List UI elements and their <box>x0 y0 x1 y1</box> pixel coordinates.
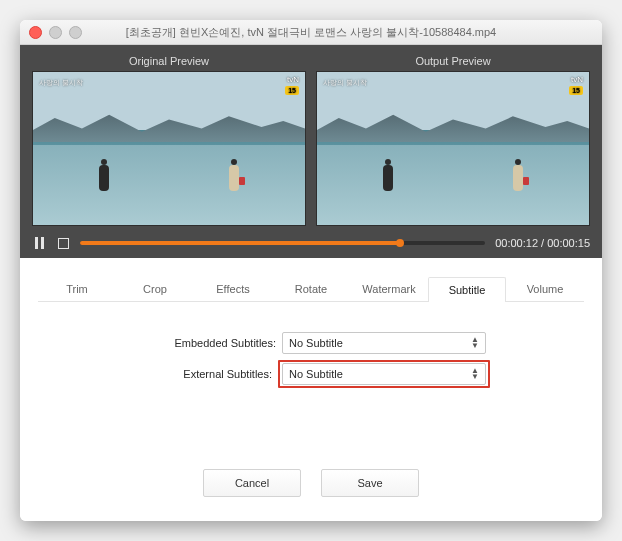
preview-area: Original Preview Output Preview 사랑의 불시착 … <box>20 45 602 258</box>
embedded-subtitles-select[interactable]: No Subtitle ▲▼ <box>282 332 486 354</box>
window-title: [최초공개] 현빈X손예진, tvN 절대극비 로맨스 사랑의 불시착-1058… <box>20 25 602 40</box>
window-controls <box>29 26 82 39</box>
external-subtitles-highlight: No Subtitle ▲▼ <box>278 360 490 388</box>
progress-fill <box>80 241 400 245</box>
embedded-subtitles-label: Embedded Subtitles: <box>136 337 276 349</box>
channel-badge: tvN 15 <box>569 76 583 95</box>
age-rating-badge: 15 <box>285 86 299 95</box>
close-window-button[interactable] <box>29 26 42 39</box>
app-window: [최초공개] 현빈X손예진, tvN 절대극비 로맨스 사랑의 불시착-1058… <box>20 20 602 521</box>
select-stepper-icon: ▲▼ <box>471 337 479 349</box>
preview-overlay-caption: 사랑의 불시착 <box>39 78 83 88</box>
pause-icon <box>35 237 44 249</box>
time-display: 00:00:12 / 00:00:15 <box>495 237 590 249</box>
player-controls: 00:00:12 / 00:00:15 <box>32 236 590 250</box>
figure-right <box>512 159 524 191</box>
tab-effects[interactable]: Effects <box>194 276 272 301</box>
pause-button[interactable] <box>32 236 46 250</box>
original-preview: 사랑의 불시착 tvN 15 <box>32 71 306 226</box>
age-rating-badge: 15 <box>569 86 583 95</box>
preview-overlay-caption: 사랑의 불시착 <box>323 78 367 88</box>
tab-bar: Trim Crop Effects Rotate Watermark Subti… <box>38 276 584 302</box>
external-subtitles-select[interactable]: No Subtitle ▲▼ <box>282 363 486 385</box>
external-subtitles-value: No Subtitle <box>289 368 343 380</box>
tab-crop[interactable]: Crop <box>116 276 194 301</box>
tab-subtitle[interactable]: Subtitle <box>428 277 506 302</box>
external-subtitles-label: External Subtitles: <box>132 368 272 380</box>
original-preview-label: Original Preview <box>32 55 306 67</box>
tab-trim[interactable]: Trim <box>38 276 116 301</box>
figure-left <box>98 159 110 191</box>
figure-right <box>228 159 240 191</box>
progress-bar[interactable] <box>80 241 485 245</box>
tab-watermark[interactable]: Watermark <box>350 276 428 301</box>
save-button[interactable]: Save <box>321 469 419 497</box>
tab-rotate[interactable]: Rotate <box>272 276 350 301</box>
figure-left <box>382 159 394 191</box>
stop-button[interactable] <box>56 236 70 250</box>
output-preview-label: Output Preview <box>316 55 590 67</box>
channel-logo-text: tvN <box>571 75 583 84</box>
progress-knob[interactable] <box>396 239 404 247</box>
external-subtitles-row: External Subtitles: No Subtitle ▲▼ <box>50 360 572 388</box>
output-preview: 사랑의 불시착 tvN 15 <box>316 71 590 226</box>
channel-logo-text: tvN <box>287 75 299 84</box>
edit-panel: Trim Crop Effects Rotate Watermark Subti… <box>20 258 602 521</box>
minimize-window-button[interactable] <box>49 26 62 39</box>
titlebar: [최초공개] 현빈X손예진, tvN 절대극비 로맨스 사랑의 불시착-1058… <box>20 20 602 45</box>
tab-volume[interactable]: Volume <box>506 276 584 301</box>
embedded-subtitles-value: No Subtitle <box>289 337 343 349</box>
subtitle-pane: Embedded Subtitles: No Subtitle ▲▼ Exter… <box>20 302 602 404</box>
channel-badge: tvN 15 <box>285 76 299 95</box>
zoom-window-button[interactable] <box>69 26 82 39</box>
select-stepper-icon: ▲▼ <box>471 368 479 380</box>
dialog-buttons: Cancel Save <box>20 469 602 497</box>
cancel-button[interactable]: Cancel <box>203 469 301 497</box>
embedded-subtitles-row: Embedded Subtitles: No Subtitle ▲▼ <box>50 332 572 354</box>
stop-icon <box>58 238 69 249</box>
